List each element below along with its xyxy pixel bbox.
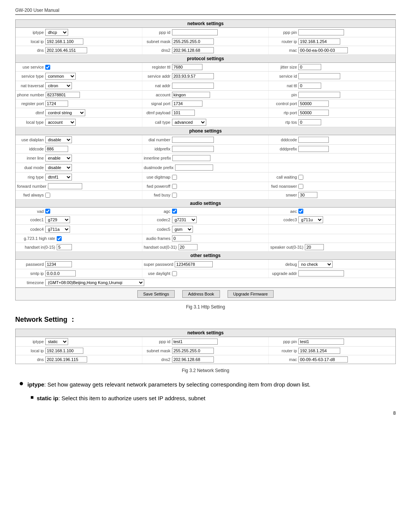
codec5-select[interactable]: gsmg729g711ug711a: [172, 226, 193, 233]
net2-routerip-input[interactable]: [298, 348, 340, 354]
audioframes-input[interactable]: [172, 235, 191, 241]
net2-mac-input[interactable]: [298, 356, 348, 363]
other-settings-header: other settings: [16, 252, 395, 260]
net2-dns2-input[interactable]: [172, 356, 214, 363]
nattraversal-group: nat traversal citronnonestun: [16, 81, 142, 90]
fwdalways-label: fwd always: [17, 193, 44, 197]
dns2-input[interactable]: [172, 47, 214, 53]
signalport-input[interactable]: [172, 101, 202, 107]
codec4-select[interactable]: g711ag729g711ug7231: [45, 226, 70, 233]
save-settings-button[interactable]: Save Settings: [137, 290, 175, 298]
codec2-select[interactable]: g7231g729g711ug711a: [172, 216, 197, 223]
innerlineprefix-input[interactable]: [172, 155, 210, 161]
dtmfpayload-input[interactable]: [172, 110, 195, 116]
pppid-input[interactable]: [172, 29, 218, 35]
net2-pppid-input[interactable]: [172, 339, 218, 345]
codec3-select[interactable]: g711ug729g711ag7231: [298, 216, 323, 223]
iddcode-input[interactable]: [45, 146, 68, 152]
dddprefix-input[interactable]: [298, 146, 329, 152]
phonenumber-input[interactable]: [46, 92, 80, 98]
dualmode-select[interactable]: disableenable: [45, 164, 72, 171]
fwdnoanswer-checkbox[interactable]: [298, 184, 303, 189]
net2-dns-label: dns: [17, 357, 44, 362]
net2-dns-group: dns: [16, 355, 142, 364]
registerport-input[interactable]: [45, 101, 68, 107]
usedialplan-select[interactable]: disableenable: [45, 136, 72, 143]
agc-checkbox[interactable]: [172, 209, 177, 214]
codec1-select[interactable]: g729g711ug711ag7231: [45, 216, 70, 223]
other-row-2: smtp ip use daylight upgrade addr: [16, 269, 395, 278]
protocol-row-3: nat traversal citronnonestun nat addr na…: [16, 81, 395, 91]
account-input[interactable]: [172, 92, 210, 98]
g723highrate-checkbox[interactable]: [57, 236, 62, 241]
upgrade-firmware-button[interactable]: Upgrade Firmware: [228, 290, 274, 298]
handsetout-input[interactable]: [178, 244, 198, 250]
usedigitmap-checkbox[interactable]: [172, 175, 177, 180]
serviceid-input[interactable]: [298, 73, 340, 79]
debug-select[interactable]: no checkcheck: [298, 261, 333, 268]
dns-group: dns: [16, 46, 142, 54]
net2-localip-input[interactable]: [45, 348, 83, 354]
dtmf-select[interactable]: control stringrfc2833inband: [45, 109, 85, 116]
usedaylight-label: use daylight: [144, 271, 170, 276]
net2-iptype-select[interactable]: staticdhcppppoe: [45, 338, 68, 345]
smtpip-input[interactable]: [45, 270, 76, 276]
rtptos-input[interactable]: [298, 119, 321, 125]
upgradeaddr-input[interactable]: [298, 270, 344, 276]
jittersize-input[interactable]: [298, 64, 321, 70]
mac-input[interactable]: [298, 47, 348, 53]
nataddr-input[interactable]: [172, 83, 214, 89]
snwer-input[interactable]: [298, 192, 317, 198]
speakerout-input[interactable]: [305, 244, 324, 250]
timezone-select[interactable]: (GMT+08:00)Beijing,Hong Kong,Urumqi: [45, 279, 144, 286]
iptype-select[interactable]: dhcpstaticpppoe: [45, 29, 68, 36]
network-settings-header: network settings: [16, 20, 395, 28]
net2-dns-input[interactable]: [45, 356, 87, 363]
fwdbusy-checkbox[interactable]: [172, 193, 177, 198]
calltype-select[interactable]: advancedbasic: [172, 119, 206, 126]
superpassword-input[interactable]: [175, 261, 213, 267]
ppppin-input[interactable]: [298, 29, 344, 35]
handsetin-input[interactable]: [57, 244, 72, 250]
fwdalways-checkbox[interactable]: [45, 193, 50, 198]
serviceaddr-input[interactable]: [172, 73, 214, 79]
dualmodeprefix-input[interactable]: [175, 165, 213, 171]
ppppin-label: ppp pin: [270, 30, 297, 35]
natttl-label: nat ttl: [270, 83, 297, 88]
aec-checkbox[interactable]: [298, 209, 303, 214]
localtype-select[interactable]: accountphone: [45, 119, 76, 126]
smtpip-group: smtp ip: [16, 269, 142, 278]
registerttl-input[interactable]: [172, 64, 202, 70]
dialnumber-input[interactable]: [172, 137, 214, 143]
phone-row-4: dual mode disableenable dualmode prefix: [16, 163, 395, 173]
pin-input[interactable]: [298, 92, 340, 98]
servicetype-select[interactable]: commonother: [45, 73, 76, 80]
net2-subnetmask-input[interactable]: [172, 348, 214, 354]
controlport-input[interactable]: [298, 101, 329, 107]
natttl-input[interactable]: [298, 83, 321, 89]
address-book-button[interactable]: Address Book: [182, 290, 220, 298]
routerip-input[interactable]: [298, 38, 340, 45]
dns-input[interactable]: [45, 47, 87, 53]
subnetmask-input[interactable]: [172, 38, 214, 45]
rtpport-input[interactable]: [298, 110, 329, 116]
usedaylight-checkbox[interactable]: [172, 271, 177, 276]
callwaiting-checkbox[interactable]: [298, 175, 303, 180]
dns2-label: dns2: [144, 48, 170, 53]
forwardnumber-input[interactable]: [48, 183, 82, 189]
handsetin-label: handset in(0-15): [17, 245, 55, 249]
net2-ppppin-input[interactable]: [298, 339, 344, 345]
innerline-select[interactable]: enabledisable: [45, 155, 72, 161]
password-input[interactable]: [45, 261, 72, 267]
iddprefix-input[interactable]: [172, 146, 214, 152]
nattraversal-select[interactable]: citronnonestun: [45, 82, 72, 89]
localip-input[interactable]: [45, 38, 83, 45]
vad-checkbox[interactable]: [45, 209, 50, 214]
useservice-checkbox[interactable]: [45, 65, 50, 70]
dtmf-label: dtmf: [17, 110, 44, 115]
audio-row-3-empty: [269, 225, 395, 234]
fwdpoweroff-checkbox[interactable]: [172, 184, 177, 189]
dddcode-input[interactable]: [298, 137, 329, 143]
network-settings-panel-2: network settings iptype staticdhcppppoe …: [15, 329, 396, 364]
ringtype-select[interactable]: dtmf1dtmf2dtmf3: [45, 174, 72, 181]
